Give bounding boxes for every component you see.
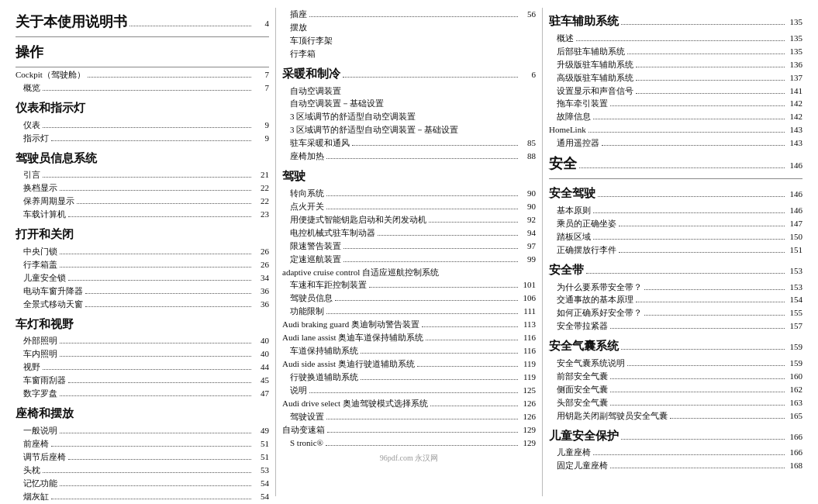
toc-entry: 安全气囊系统说明159 [549,357,802,370]
toc-entry: Cockpit（驾驶舱）7 [16,69,269,81]
toc-entry: 自动变速箱129 [282,424,536,437]
toc-entry: 电动车窗升降器36 [16,285,269,298]
toc-entry: 车速和车距控制装置101 [282,279,536,292]
toc-entry: 外部照明40 [16,335,269,347]
toc-entry-special: Audi lane assist 奥迪车道保持辅助系统116 [282,332,536,344]
toc-entry: 3 区域调节的舒适型自动空调装置－基础设置 [282,124,536,136]
toc-heading: 儿童安全保护166 [549,423,802,447]
toc-entry: 数字罗盘47 [16,388,269,400]
toc-heading: 安全驾驶146 [549,181,802,204]
toc-entry: 乘员的正确坐姿147 [549,218,802,230]
toc-entry: 一般说明49 [16,425,269,437]
toc-entry: 自动空调装置－基础设置 [282,98,536,110]
toc-entry: 车内照明40 [16,348,269,361]
toc-entry: 驻车采暖和通风85 [282,137,536,150]
toc-heading: 座椅和摆放 [16,401,269,424]
toc-entry: 驾驶员信息106 [282,292,536,305]
toc-heading: 仪表和指示灯 [16,95,269,119]
toc-entry: 车道保持辅助系统116 [282,345,536,357]
toc-entry: 仪表9 [16,119,269,132]
toc-entry: 高级版驻车辅助系统137 [549,72,802,85]
toc-entry: 基本原则146 [549,205,802,217]
toc-entry: 调节后座椅51 [16,451,269,464]
column-1: 关于本使用说明书4操作Cockpit（驾驶舱）7概览7仪表和指示灯仪表9指示灯9… [9,8,275,496]
toc-entry: 功能限制111 [282,306,536,318]
toc-entry: 驾驶设置126 [282,411,536,423]
toc-entry: 转向系统90 [282,188,536,200]
toc-entry: 引言21 [16,169,269,181]
toc-heading: 驻车辅助系统135 [549,9,802,32]
page: 关于本使用说明书4操作Cockpit（驾驶舱）7概览7仪表和指示灯仪表9指示灯9… [0,0,818,504]
toc-entry: 前部安全气囊160 [549,371,802,383]
toc-entry: 拖车牵引装置142 [549,98,802,110]
column-3: 驻车辅助系统135概述135后部驻车辅助系统135升级版驻车辅助系统136高级版… [542,8,809,496]
toc-entry-special: Audi drive select 奥迪驾驶模式选择系统126 [282,398,536,410]
toc-entry: 升级版驻车辅助系统136 [549,59,802,71]
toc-entry: 自动空调装置 [282,85,536,98]
toc-entry: 通用遥控器143 [549,137,802,150]
toc-entry: 车窗雨刮器45 [16,375,269,387]
toc-entry: 全景式移动天窗36 [16,299,269,311]
toc-entry-special: adaptive cruise control 自适应巡航控制系统 [282,267,536,279]
toc-entry-special: Audi side assist 奥迪行驶道辅助系统119 [282,358,536,371]
watermark: 96pdf.com 永汉网 [282,453,536,464]
toc-entry: 视野44 [16,361,269,374]
toc-entry: 为什么要系带安全带？153 [549,281,802,294]
toc-entry: 指示灯9 [16,133,269,145]
toc-entry: 烟灰缸54 [16,491,269,503]
toc-entry: 摆放 [282,22,536,34]
toc-heading: 安全气囊系统159 [549,333,802,357]
toc-entry: 如何正确系好安全带？155 [549,307,802,319]
toc-heading: 安全带153 [549,257,802,281]
toc-entry: 前座椅51 [16,438,269,450]
toc-entry: 说明125 [282,385,536,397]
toc-entry: 侧面安全气囊162 [549,384,802,396]
toc-heading: 驾驶员信息系统 [16,146,269,169]
toc-heading: 驾驶 [282,164,536,187]
toc-entry: 用钥匙关闭副驾驶员安全气囊165 [549,410,802,423]
toc-heading: 采暖和制冷6 [282,61,536,85]
toc-entry: 设置显示和声音信号141 [549,85,802,98]
toc-heading-lg: 关于本使用说明书4 [16,9,269,34]
toc-entry: 概览7 [16,82,269,95]
toc-entry: 用便捷式智能钥匙启动和关闭发动机92 [282,214,536,226]
toc-entry: 记忆功能54 [16,478,269,490]
toc-heading: 打开和关闭 [16,222,269,245]
toc-entry: 儿童座椅166 [549,447,802,459]
toc-entry: 固定儿童座椅168 [549,460,802,472]
toc-entry: 故障信息142 [549,111,802,123]
toc-entry: HomeLink143 [549,124,802,136]
toc-entry: S tronic®129 [282,437,536,450]
toc-entry: 头枕53 [16,464,269,477]
toc-entry: 定速巡航装置99 [282,254,536,266]
column-2: 插座56摆放车顶行李架行李箱采暖和制冷6自动空调装置自动空调装置－基础设置3 区… [275,8,542,496]
toc-entry: 头部安全气囊163 [549,397,802,409]
toc-entry: 安全带拉紧器157 [549,320,802,333]
toc-entry: 点火开关90 [282,201,536,213]
toc-entry: 行李箱 [282,48,536,60]
toc-entry: 行驶换道辅助系统119 [282,371,536,384]
toc-heading: 车灯和视野 [16,312,269,335]
toc-entry: 中央门锁26 [16,246,269,258]
toc-heading-lg: 操作 [16,39,269,64]
toc-entry: 车载计算机23 [16,209,269,221]
toc-entry: 保养周期显示22 [16,195,269,208]
toc-entry: 插座56 [282,9,536,21]
toc-heading-lg: 安全146 [549,150,802,176]
toc-entry: 换档显示22 [16,182,269,195]
toc-entry: 后部驻车辅助系统135 [549,46,802,58]
toc-entry: 正确摆放行李件151 [549,244,802,257]
toc-entry: 3 区域调节的舒适型自动空调装置 [282,111,536,123]
toc-entry: 座椅加热88 [282,150,536,163]
toc-entry: 行李箱盖26 [16,259,269,271]
toc-entry: 儿童安全锁34 [16,272,269,285]
toc-entry: 限速警告装置97 [282,240,536,253]
toc-entry: 交通事故的基本原理154 [549,294,802,306]
toc-entry: 车顶行李架 [282,35,536,47]
toc-entry: 电控机械式驻车制动器94 [282,227,536,240]
toc-entry: 概述135 [549,33,802,45]
toc-entry-special: Audi braking guard 奥迪制动警告装置113 [282,319,536,331]
toc-entry: 踏板区域150 [549,231,802,243]
